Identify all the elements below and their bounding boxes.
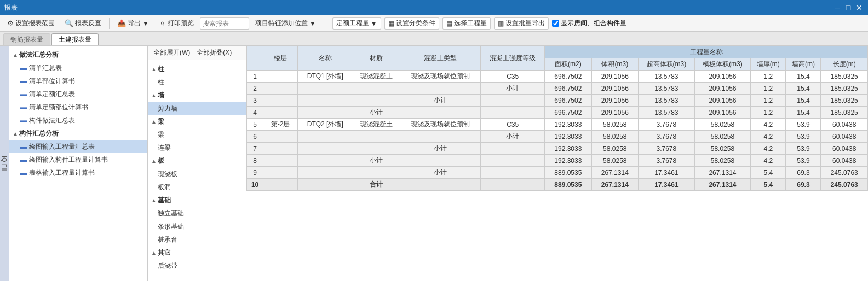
tree-item-slab-hole[interactable]: 板洞 bbox=[148, 180, 246, 194]
table-row[interactable]: 9小计889.0535267.131417.3461267.13145.469.… bbox=[247, 167, 868, 179]
cell-concrete-type: 现浇及现场就位预制 bbox=[400, 119, 481, 131]
cell-area: 192.3033 bbox=[545, 143, 591, 155]
add-feature-button[interactable]: 项目特征添加位置 ▼ bbox=[251, 17, 320, 30]
print-preview-button[interactable]: 🖨 打印预览 bbox=[155, 17, 198, 30]
cell-concrete-grade: C35 bbox=[481, 119, 545, 131]
tree-item-col-section[interactable]: ▲ 柱 bbox=[148, 62, 246, 75]
cell-name bbox=[297, 155, 353, 167]
tree-item-clear-quota-summary[interactable]: ▬ 清单定额汇总表 bbox=[9, 87, 147, 101]
cell-material: 小计 bbox=[353, 107, 400, 119]
title-bar: 报表 ─ □ ✕ bbox=[0, 0, 868, 15]
doc-icon: ▬ bbox=[19, 143, 28, 150]
cell-length: 185.0325 bbox=[821, 71, 868, 83]
maximize-button[interactable]: □ bbox=[844, 3, 853, 12]
tree-item-component-summary[interactable]: ▲ 构件汇总分析 bbox=[9, 127, 147, 140]
cell-material: 现浇混凝土 bbox=[353, 71, 400, 83]
tree-item-clear-detail[interactable]: ▬ 清单部位计算书 bbox=[9, 74, 147, 87]
tree-item-pile-cap[interactable]: 桩承台 bbox=[148, 233, 246, 246]
col-header-overhang: 超高体积(m3) bbox=[639, 58, 695, 71]
table-row[interactable]: 5第-2层DTQ2 [外墙]现浇混凝土现浇及现场就位预制C35192.30335… bbox=[247, 119, 868, 131]
slab-expand-icon: ▲ bbox=[150, 157, 158, 165]
cell-thickness: 4.2 bbox=[751, 143, 786, 155]
cell-overhang: 17.3461 bbox=[639, 179, 695, 191]
select-project-button[interactable]: ▤ 选择工程量 bbox=[442, 17, 491, 30]
collapse-all-button[interactable]: 全部折叠(X) bbox=[194, 48, 234, 58]
tree-item-method-summary[interactable]: ▲ 做法汇总分析 bbox=[9, 48, 147, 61]
table-row[interactable]: 2小计696.7502209.105613.5783209.10561.215.… bbox=[247, 83, 868, 95]
cell-length: 60.0438 bbox=[821, 155, 868, 167]
doc-icon: ▬ bbox=[19, 103, 28, 111]
table-row[interactable]: 10合计889.0535267.131417.3461267.13145.469… bbox=[247, 179, 868, 191]
table-row[interactable]: 7小计192.303358.02583.767858.02584.253.960… bbox=[247, 143, 868, 155]
app-title: 报表 bbox=[4, 3, 18, 13]
tree-item-beam-section[interactable]: ▲ 梁 bbox=[148, 115, 246, 128]
tree-item-post-pour[interactable]: 后浇带 bbox=[148, 259, 246, 272]
cell-area: 889.0535 bbox=[545, 179, 591, 191]
reverse-query-button[interactable]: 🔍 报表反查 bbox=[61, 17, 105, 30]
cell-height: 53.9 bbox=[786, 119, 821, 131]
table-row[interactable]: 1DTQ1 [外墙]现浇混凝土现浇及现场就位预制C35696.7502209.1… bbox=[247, 71, 868, 83]
tree-item-strip-found[interactable]: 条形基础 bbox=[148, 220, 246, 233]
show-room-label[interactable]: 显示房间、组合构件量 bbox=[552, 19, 626, 28]
cell-length: 245.0763 bbox=[821, 167, 868, 179]
tree-item-connection-beam[interactable]: 连梁 bbox=[148, 141, 246, 154]
cell-concrete-type bbox=[400, 179, 481, 191]
tree-item-foundation-section[interactable]: ▲ 基础 bbox=[148, 194, 246, 207]
tree-item-draw-input-summary[interactable]: ▬ 绘图输入工程量汇总表 bbox=[9, 140, 147, 153]
table-row[interactable]: 6小计192.303358.02583.767858.02584.253.960… bbox=[247, 131, 868, 143]
cell-concrete-type: 现浇及现场就位预制 bbox=[400, 71, 481, 83]
tree-item-other-section[interactable]: ▲ 其它 bbox=[148, 246, 246, 259]
cell-concrete-type: 小计 bbox=[400, 95, 481, 107]
tree-item-wall-section[interactable]: ▲ 墙 bbox=[148, 89, 246, 102]
cell-floor bbox=[263, 95, 298, 107]
set-category-button[interactable]: ▦ 设置分类条件 bbox=[384, 17, 439, 30]
tree-item-current-slab[interactable]: 现浇板 bbox=[148, 167, 246, 180]
tree-item-component-method[interactable]: ▬ 构件做法汇总表 bbox=[9, 114, 147, 127]
cell-floor bbox=[263, 179, 298, 191]
tree-item-clear-quota-detail[interactable]: ▬ 清单定额部位计算书 bbox=[9, 101, 147, 114]
search-input[interactable] bbox=[200, 17, 249, 30]
quota-quantity-button[interactable]: 定额工程量 ▼ bbox=[332, 17, 381, 30]
tree-item-draw-input-detail[interactable]: ▬ 绘图输入构件工程量计算书 bbox=[9, 153, 147, 166]
show-room-checkbox[interactable] bbox=[552, 20, 559, 27]
set-range-button[interactable]: ⚙ 设置报表范围 bbox=[3, 17, 59, 30]
cell-overhang: 13.5783 bbox=[639, 83, 695, 95]
cell-thickness: 4.2 bbox=[751, 119, 786, 131]
table-row[interactable]: 4小计696.7502209.105613.5783209.10561.215.… bbox=[247, 107, 868, 119]
tree-item-col[interactable]: 柱 bbox=[148, 75, 246, 89]
tree-item-independent-found[interactable]: 独立基础 bbox=[148, 207, 246, 220]
cell-thickness: 1.2 bbox=[751, 107, 786, 119]
col-header-wall-height: 墙高(m) bbox=[786, 58, 821, 71]
expand-all-button[interactable]: 全部展开(W) bbox=[151, 48, 192, 58]
tree-item-table-input-detail[interactable]: ▬ 表格输入工程量计算书 bbox=[9, 166, 147, 179]
batch-export-button[interactable]: ▥ 设置批量导出 bbox=[494, 17, 549, 30]
cell-height: 69.3 bbox=[786, 179, 821, 191]
tree-item-slab-section[interactable]: ▲ 板 bbox=[148, 154, 246, 167]
tab-civil[interactable]: 土建报表量 bbox=[51, 33, 99, 45]
col-header-length: 长度(m) bbox=[821, 58, 868, 71]
cell-name bbox=[297, 167, 353, 179]
set-range-icon: ⚙ bbox=[7, 19, 14, 27]
cell-name bbox=[297, 95, 353, 107]
cell-area: 696.7502 bbox=[545, 107, 591, 119]
tree-item-shear-wall[interactable]: 剪力墙 bbox=[148, 102, 246, 115]
table-row[interactable]: 8小计192.303358.02583.767858.02584.253.960… bbox=[247, 155, 868, 167]
tabs-bar: 钢筋报表量 土建报表量 bbox=[0, 32, 868, 46]
cell-formwork: 58.0258 bbox=[694, 119, 751, 131]
main-content: IQ FII ▲ 做法汇总分析 ▬ 清单汇总表 ▬ 清单部位计算书 bbox=[0, 46, 868, 281]
middle-toolbar: 全部展开(W) 全部折叠(X) bbox=[148, 46, 246, 60]
tab-rebar[interactable]: 钢筋报表量 bbox=[3, 33, 50, 45]
table-row[interactable]: 3小计696.7502209.105613.5783209.10561.215.… bbox=[247, 95, 868, 107]
close-button[interactable]: ✕ bbox=[855, 3, 864, 12]
cell-material bbox=[353, 143, 400, 155]
cell-length: 60.0438 bbox=[821, 119, 868, 131]
batch-icon: ▥ bbox=[498, 20, 504, 27]
export-button[interactable]: 📤 导出 ▼ bbox=[113, 17, 153, 30]
vertical-indicator[interactable]: IQ FII bbox=[0, 46, 9, 281]
tree-item-beam[interactable]: 梁 bbox=[148, 128, 246, 141]
cell-formwork: 209.1056 bbox=[694, 107, 751, 119]
cell-overhang: 13.5783 bbox=[639, 95, 695, 107]
minimize-button[interactable]: ─ bbox=[833, 3, 842, 12]
tree-item-clear-summary[interactable]: ▬ 清单汇总表 bbox=[9, 61, 147, 74]
cell-num: 6 bbox=[247, 131, 263, 143]
